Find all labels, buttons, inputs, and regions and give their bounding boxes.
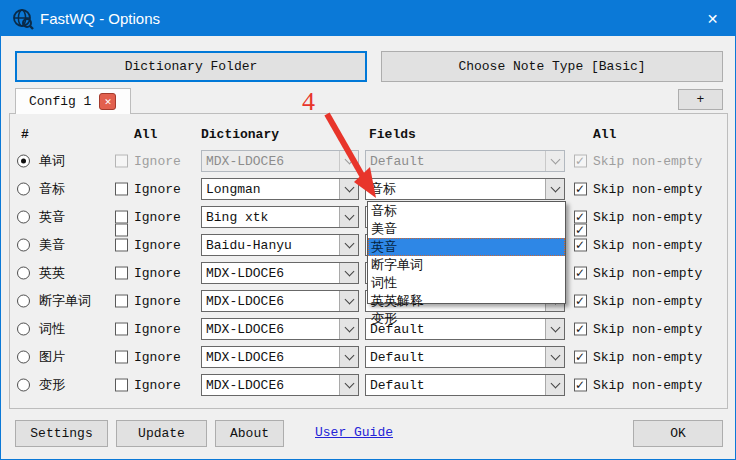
chevron-down-icon: [344, 238, 354, 248]
dictionary-combobox-arrow-button[interactable]: [339, 151, 358, 171]
dropdown-option[interactable]: 音标: [368, 202, 565, 220]
fields-combobox[interactable]: Default: [365, 150, 565, 172]
skip-label: Skip non-empty: [593, 378, 702, 393]
row-label: 英英: [39, 264, 65, 282]
ok-button[interactable]: OK: [633, 420, 723, 447]
chevron-down-icon: [550, 182, 560, 192]
dictionary-combobox[interactable]: Baidu-Hanyu: [201, 234, 359, 256]
user-guide-link[interactable]: User Guide: [315, 425, 393, 440]
skip-checkbox[interactable]: [574, 183, 587, 196]
dropdown-option[interactable]: 断字单词: [368, 256, 565, 274]
dictionary-combobox-arrow-button[interactable]: [339, 375, 358, 395]
close-icon: ✕: [707, 11, 719, 27]
dictionary-folder-button[interactable]: Dictionary Folder: [15, 51, 367, 82]
tab-close-icon[interactable]: ✕: [99, 93, 116, 110]
update-button[interactable]: Update: [116, 420, 207, 447]
dictionary-combobox[interactable]: MDX-LDOCE6: [201, 318, 359, 340]
dictionary-combobox-arrow-button[interactable]: [339, 263, 358, 283]
choose-note-type-button[interactable]: Choose Note Type [Basic]: [381, 51, 723, 82]
ignore-label: Ignore: [134, 266, 181, 281]
ignore-checkbox[interactable]: [115, 267, 128, 280]
skip-checkbox[interactable]: [574, 295, 587, 308]
fields-combobox-value: Default: [366, 151, 545, 171]
dictionary-combobox[interactable]: MDX-LDOCE6: [201, 346, 359, 368]
row-radio[interactable]: [17, 295, 30, 308]
row-radio[interactable]: [17, 155, 30, 168]
dictionary-combobox-arrow-button[interactable]: [339, 319, 358, 339]
fields-combobox[interactable]: 音标: [365, 178, 565, 200]
tab-config-1[interactable]: Config 1 ✕: [15, 88, 131, 114]
dictionary-combobox-arrow-button[interactable]: [339, 291, 358, 311]
dictionary-combobox-value: MDX-LDOCE6: [202, 347, 339, 367]
row-label: 断字单词: [39, 292, 91, 310]
fields-combobox-arrow-button[interactable]: [545, 151, 564, 171]
add-tab-button[interactable]: +: [678, 89, 723, 110]
dictionary-combobox-arrow-button[interactable]: [339, 207, 358, 227]
app-globe-magnifier-icon: [12, 8, 34, 30]
fields-combobox-arrow-button[interactable]: [545, 375, 564, 395]
chevron-down-icon: [344, 210, 354, 220]
dictionary-combobox-arrow-button[interactable]: [339, 235, 358, 255]
window-title: FastWQ - Options: [40, 10, 160, 27]
dictionary-folder-label: Dictionary Folder: [125, 59, 258, 74]
skip-checkbox[interactable]: [574, 323, 587, 336]
options-dialog: FastWQ - Options ✕ Dictionary Folder Cho…: [0, 0, 736, 460]
dropdown-option[interactable]: 变形: [368, 310, 565, 328]
fields-combobox-arrow-button[interactable]: [545, 347, 564, 367]
skip-checkbox[interactable]: [574, 211, 587, 224]
fields-dropdown-popup: 音标美音英音断字单词词性英英解释变形: [367, 201, 566, 304]
update-label: Update: [138, 426, 185, 441]
about-button[interactable]: About: [215, 420, 284, 447]
dictionary-combobox[interactable]: Bing xtk: [201, 206, 359, 228]
dictionary-combobox-arrow-button[interactable]: [339, 179, 358, 199]
ignore-checkbox[interactable]: [115, 155, 128, 168]
ignore-checkbox[interactable]: [115, 351, 128, 364]
ignore-checkbox[interactable]: [115, 211, 128, 224]
ignore-checkbox[interactable]: [115, 323, 128, 336]
header-number: #: [21, 127, 29, 143]
fields-combobox[interactable]: Default: [365, 374, 565, 396]
dictionary-combobox[interactable]: MDX-LDOCE6: [201, 262, 359, 284]
skip-label: Skip non-empty: [593, 266, 702, 281]
close-button[interactable]: ✕: [690, 1, 735, 36]
skip-checkbox[interactable]: [574, 267, 587, 280]
row-radio[interactable]: [17, 351, 30, 364]
ignore-checkbox[interactable]: [115, 239, 128, 252]
dropdown-option[interactable]: 英英解释: [368, 292, 565, 310]
ignore-checkbox[interactable]: [115, 183, 128, 196]
dropdown-option[interactable]: 词性: [368, 274, 565, 292]
row-radio[interactable]: [17, 211, 30, 224]
ignore-label: Ignore: [134, 322, 181, 337]
row-radio[interactable]: [17, 267, 30, 280]
fields-combobox-arrow-button[interactable]: [545, 179, 564, 199]
row-label: 音标: [39, 180, 65, 198]
skip-checkbox[interactable]: [574, 351, 587, 364]
settings-label: Settings: [30, 426, 92, 441]
choose-note-type-label: Choose Note Type [Basic]: [458, 59, 645, 74]
dropdown-option[interactable]: 美音: [368, 220, 565, 238]
row-radio[interactable]: [17, 239, 30, 252]
settings-button[interactable]: Settings: [15, 420, 108, 447]
ignore-label: Ignore: [134, 350, 181, 365]
skip-label: Skip non-empty: [593, 182, 702, 197]
skip-label: Skip non-empty: [593, 210, 702, 225]
dictionary-combobox[interactable]: MDX-LDOCE6: [201, 290, 359, 312]
skip-checkbox[interactable]: [574, 239, 587, 252]
row-label: 单词: [39, 152, 65, 170]
dropdown-option[interactable]: 英音: [368, 238, 565, 256]
ignore-checkbox[interactable]: [115, 295, 128, 308]
row-radio[interactable]: [17, 323, 30, 336]
header-ignore-all: All: [134, 127, 157, 143]
dictionary-combobox-value: MDX-LDOCE6: [202, 291, 339, 311]
dictionary-combobox[interactable]: Longman: [201, 178, 359, 200]
ignore-checkbox[interactable]: [115, 379, 128, 392]
fields-combobox[interactable]: Default: [365, 346, 565, 368]
skip-checkbox[interactable]: [574, 155, 587, 168]
row-radio[interactable]: [17, 379, 30, 392]
dictionary-combobox-arrow-button[interactable]: [339, 347, 358, 367]
dictionary-combobox[interactable]: MDX-LDOCE6: [201, 150, 359, 172]
row-radio[interactable]: [17, 183, 30, 196]
dictionary-combobox[interactable]: MDX-LDOCE6: [201, 374, 359, 396]
skip-checkbox[interactable]: [574, 379, 587, 392]
table-row: 单词IgnoreMDX-LDOCE6DefaultSkip non-empty: [1, 147, 736, 175]
